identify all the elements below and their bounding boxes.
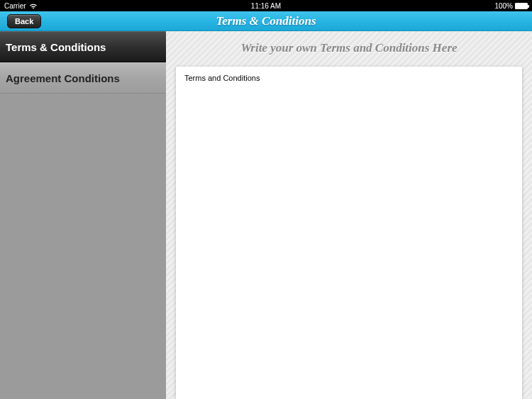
carrier-label: Carrier — [4, 2, 26, 10]
terms-text: Terms and Conditions — [184, 74, 260, 82]
status-time: 11:16 AM — [251, 2, 281, 10]
main-area: Terms & Conditions Agreement Conditions … — [0, 31, 532, 399]
page-title: Terms & Conditions — [216, 14, 316, 28]
sidebar-item-label: Agreement Conditions — [6, 72, 120, 84]
back-button[interactable]: Back — [7, 14, 41, 28]
status-left: Carrier — [4, 2, 38, 10]
status-right: 100% — [494, 2, 528, 10]
content-area: Write your own Terms and Conditions Here… — [166, 31, 532, 399]
sidebar-item-agreement[interactable]: Agreement Conditions — [0, 62, 166, 94]
content-header: Write your own Terms and Conditions Here — [166, 31, 532, 67]
battery-icon — [515, 3, 528, 9]
sidebar-item-label: Terms & Conditions — [6, 41, 106, 53]
terms-textarea[interactable]: Terms and Conditions — [176, 67, 522, 399]
status-bar: Carrier 11:16 AM 100% — [0, 0, 532, 11]
battery-percent: 100% — [494, 2, 513, 10]
sidebar: Terms & Conditions Agreement Conditions — [0, 31, 166, 399]
wifi-icon — [29, 3, 38, 9]
nav-bar: Back Terms & Conditions — [0, 11, 532, 31]
sidebar-item-terms[interactable]: Terms & Conditions — [0, 31, 166, 62]
